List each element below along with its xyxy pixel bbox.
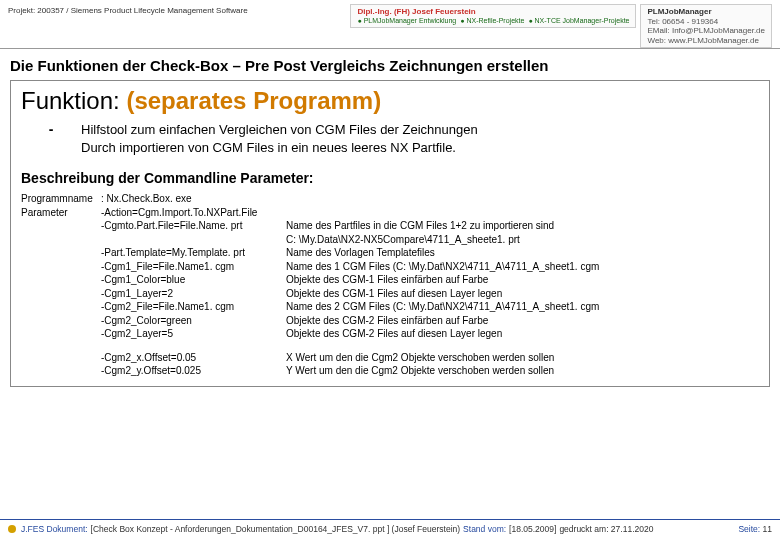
param-arg: -Cgm2_x.Offset=0.05 xyxy=(101,351,286,365)
param-desc: Name des 2 CGM Files (C: \My.Dat\NX2\471… xyxy=(286,300,759,314)
param-desc xyxy=(286,206,759,220)
logo2-brand: PLMJobManager xyxy=(647,7,765,17)
param-row: -Cgm2_Layer=5Objekte des CGM-2 Files auf… xyxy=(21,327,759,341)
logo-feuerstein: Dipl.-Ing. (FH) Josef Feuerstein ● PLMJo… xyxy=(350,4,636,28)
param-row: -Cgm2_Color=greenObjekte des CGM-2 Files… xyxy=(21,314,759,328)
footer-dot-icon xyxy=(8,525,16,533)
function-value: (separates Programm) xyxy=(126,87,381,114)
param-arg: -Cgm2_y.Offset=0.025 xyxy=(101,364,286,378)
footer-printed: gedruckt am: 27.11.2020 xyxy=(559,524,653,534)
param-row: -Cgm2_File=File.Name1. cgmName des 2 CGM… xyxy=(21,300,759,314)
prog-value: : Nx.Check.Box. exe xyxy=(101,192,286,206)
param-arg: -Action=Cgm.Import.To.NXPart.File xyxy=(101,206,286,220)
param-arg xyxy=(101,233,286,247)
project-label: Projekt: 200357 / Siemens Product Lifecy… xyxy=(8,4,346,15)
prog-label: Programmname xyxy=(21,192,101,206)
param-row: -Part.Template=My.Template. prtName des … xyxy=(21,246,759,260)
logo2-line1: Tel: 06654 - 919364 xyxy=(647,17,765,27)
param-desc: Name des 1 CGM Files (C: \My.Dat\NX2\471… xyxy=(286,260,759,274)
params-table: Programmname : Nx.Check.Box. exe Paramet… xyxy=(21,192,759,378)
param-desc: Objekte des CGM-2 Files einfärben auf Fa… xyxy=(286,314,759,328)
param-arg: -Cgm1_Layer=2 xyxy=(101,287,286,301)
content-box: Funktion: (separates Programm) - Hilfsto… xyxy=(10,80,770,387)
param-desc: Name des Partfiles in die CGM Files 1+2 … xyxy=(286,219,759,233)
logo2-line3: Web: www.PLMJobManager.de xyxy=(647,36,765,46)
footer-stand-value: [18.05.2009] xyxy=(509,524,556,534)
param-row: -Cgm1_File=File.Name1. cgmName des 1 CGM… xyxy=(21,260,759,274)
logo2-line2: EMail: Info@PLMJobManager.de xyxy=(647,26,765,36)
logo1-sub-a: ● PLMJobManager Entwicklung xyxy=(357,17,456,25)
param-desc: Objekte des CGM-2 Files auf diesen Layer… xyxy=(286,327,759,341)
param-row: -Cgm2_y.Offset=0.025Y Wert um den die Cg… xyxy=(21,364,759,378)
param-row: Parameter-Action=Cgm.Import.To.NXPart.Fi… xyxy=(21,206,759,220)
function-label: Funktion: xyxy=(21,87,120,114)
param-desc: Y Wert um den die Cgm2 Objekte verschobe… xyxy=(286,364,759,378)
param-row: -Cgm2_x.Offset=0.05X Wert um den die Cgm… xyxy=(21,351,759,365)
desc-line2: Durch importieren von CGM Files in ein n… xyxy=(81,139,478,157)
param-arg: -Part.Template=My.Template. prt xyxy=(101,246,286,260)
param-arg: -Cgm2_Color=green xyxy=(101,314,286,328)
footer-bar: J.FES Dokument: [Check Box Konzept - Anf… xyxy=(0,519,780,536)
param-row: C: \My.Data\NX2-NX5Compare\4711_A_sheete… xyxy=(21,233,759,247)
footer-doclabel: J.FES Dokument: xyxy=(21,524,88,534)
description-block: - Hilfstool zum einfachen Vergleichen vo… xyxy=(21,121,759,156)
param-desc: Objekte des CGM-1 Files einfärben auf Fa… xyxy=(286,273,759,287)
footer-stand-label: Stand vom: xyxy=(463,524,506,534)
param-row: -Cgm1_Color=blueObjekte des CGM-1 Files … xyxy=(21,273,759,287)
footer-docname: [Check Box Konzept - Anforderungen_Dokum… xyxy=(91,524,461,534)
params-heading: Beschreibung der Commandline Parameter: xyxy=(21,170,759,186)
logo1-sub-b: ● NX-Refile-Projekte xyxy=(460,17,524,25)
logo1-title: Dipl.-Ing. (FH) Josef Feuerstein xyxy=(357,7,629,17)
function-heading: Funktion: (separates Programm) xyxy=(21,87,759,115)
page-title: Die Funktionen der Check-Box – Pre Post … xyxy=(0,49,780,78)
footer-page-label: Seite: xyxy=(738,524,760,534)
param-row: -Cgmto.Part.File=File.Name. prtName des … xyxy=(21,219,759,233)
bullet-dash: - xyxy=(21,121,81,156)
param-arg: -Cgmto.Part.File=File.Name. prt xyxy=(101,219,286,233)
logo-plmjobmanager: PLMJobManager Tel: 06654 - 919364 EMail:… xyxy=(640,4,772,48)
param-arg: -Cgm2_File=File.Name1. cgm xyxy=(101,300,286,314)
logo1-sub-c: ● NX-TCE JobManager-Projekte xyxy=(528,17,629,25)
header-bar: Projekt: 200357 / Siemens Product Lifecy… xyxy=(0,0,780,49)
param-desc: C: \My.Data\NX2-NX5Compare\4711_A_sheete… xyxy=(286,233,759,247)
param-arg: -Cgm1_File=File.Name1. cgm xyxy=(101,260,286,274)
param-arg: -Cgm2_Layer=5 xyxy=(101,327,286,341)
param-desc: Name des Vorlagen Templatefiles xyxy=(286,246,759,260)
param-label: Parameter xyxy=(21,206,101,220)
footer-page-num: 11 xyxy=(763,524,772,534)
param-desc: Objekte des CGM-1 Files auf diesen Layer… xyxy=(286,287,759,301)
param-row: -Cgm1_Layer=2Objekte des CGM-1 Files auf… xyxy=(21,287,759,301)
desc-line1: Hilfstool zum einfachen Vergleichen von … xyxy=(81,121,478,139)
param-arg: -Cgm1_Color=blue xyxy=(101,273,286,287)
param-desc: X Wert um den die Cgm2 Objekte verschobe… xyxy=(286,351,759,365)
